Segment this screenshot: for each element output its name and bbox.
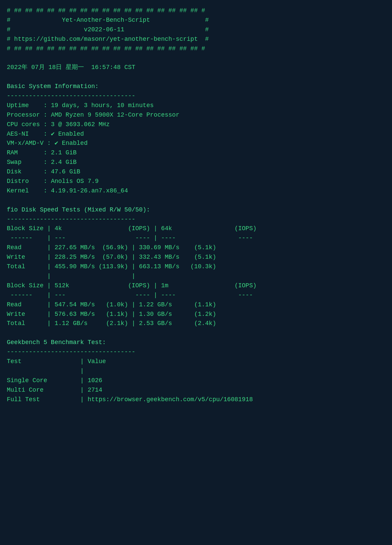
field-vmx-amdv: VM-x/AMD-V : ✔ Enabled bbox=[7, 139, 385, 148]
empty-line bbox=[7, 196, 385, 205]
fio-t1-write: Write | 228.25 MB/s (57.0k) | 332.43 MB/… bbox=[7, 253, 385, 262]
field-label: RAM bbox=[7, 149, 44, 156]
empty-line bbox=[7, 328, 385, 338]
field-disk: Disk : 47.6 GiB bbox=[7, 167, 385, 177]
fio-sep: ----------------------------------- bbox=[7, 215, 385, 224]
field-label: AES-NI bbox=[7, 131, 44, 137]
geekbench-header: Test | Value bbox=[7, 357, 385, 367]
field-label: Disk bbox=[7, 168, 44, 175]
field-value: : 47.6 GiB bbox=[44, 168, 80, 175]
geekbench-title: Geekbench 5 Benchmark Test: bbox=[7, 338, 385, 347]
header-line3: # v2022-06-11 # bbox=[7, 25, 385, 35]
field-value: : 2.4 GiB bbox=[44, 159, 76, 166]
fio-t2-read: Read | 547.54 MB/s (1.0k) | 1.22 GB/s (1… bbox=[7, 300, 385, 310]
fio-table1-header: Block Size | 4k (IOPS) | 64k (IOPS) bbox=[7, 224, 385, 234]
header-line5: # ## ## ## ## ## ## ## ## ## ## ## ## ##… bbox=[7, 44, 385, 54]
geekbench-sep: ----------------------------------- bbox=[7, 347, 385, 357]
field-kernel: Kernel : 4.19.91-26.an7.x86_64 bbox=[7, 186, 385, 196]
field-value: : 3 @ 3693.062 MHz bbox=[44, 121, 109, 128]
datetime: 2022年 07月 18日 星期一 16:57:48 CST bbox=[7, 63, 385, 72]
field-distro: Distro : Anolis OS 7.9 bbox=[7, 177, 385, 186]
field-label: CPU cores bbox=[7, 121, 44, 128]
header-line2: # Yet-Another-Bench-Script # bbox=[7, 16, 385, 25]
header-line1: # ## ## ## ## ## ## ## ## ## ## ## ## ##… bbox=[7, 6, 385, 16]
geekbench-full-test: Full Test | https://browser.geekbench.co… bbox=[7, 395, 385, 405]
field-label: Swap bbox=[7, 159, 44, 166]
geekbench-single-core: Single Core | 1026 bbox=[7, 376, 385, 386]
fio-table2-header: Block Size | 512k (IOPS) | 1m (IOPS) bbox=[7, 281, 385, 291]
field-value: : ✔ Enabled bbox=[44, 140, 88, 147]
fio-table2-sep: ------ | --- ---- | ---- ---- bbox=[7, 291, 385, 300]
field-value: : ✔ Enabled bbox=[44, 131, 84, 137]
field-cpu-cores: CPU cores : 3 @ 3693.062 MHz bbox=[7, 120, 385, 130]
header-line4: # https://github.com/masonr/yet-another-… bbox=[7, 35, 385, 44]
field-label: VM-x/AMD-V bbox=[7, 140, 44, 147]
field-uptime: Uptime : 19 days, 3 hours, 10 minutes bbox=[7, 101, 385, 110]
field-swap: Swap : 2.4 GiB bbox=[7, 158, 385, 167]
field-value: : 2.1 GiB bbox=[44, 149, 76, 156]
geekbench-empty: | bbox=[7, 367, 385, 376]
field-value: : Anolis OS 7.9 bbox=[44, 178, 99, 185]
field-aes-ni: AES-NI : ✔ Enabled bbox=[7, 130, 385, 139]
field-value: : 4.19.91-26.an7.x86_64 bbox=[44, 187, 128, 194]
basic-info-fields: Uptime : 19 days, 3 hours, 10 minutes Pr… bbox=[7, 101, 385, 196]
fio-t2-total: Total | 1.12 GB/s (2.1k) | 2.53 GB/s (2.… bbox=[7, 319, 385, 328]
field-value: : 19 days, 3 hours, 10 minutes bbox=[44, 102, 154, 109]
terminal-output: # ## ## ## ## ## ## ## ## ## ## ## ## ##… bbox=[7, 6, 385, 404]
fio-table1-sep: ------ | --- ---- | ---- ---- bbox=[7, 234, 385, 243]
field-processor: Processor : AMD Ryzen 9 5900X 12-Core Pr… bbox=[7, 110, 385, 120]
fio-title: fio Disk Speed Tests (Mixed R/W 50/50): bbox=[7, 205, 385, 215]
empty-line bbox=[7, 72, 385, 82]
field-label: Processor bbox=[7, 112, 44, 118]
fio-t1-total: Total | 455.90 MB/s (113.9k) | 663.13 MB… bbox=[7, 262, 385, 272]
field-value: : AMD Ryzen 9 5900X 12-Core Processor bbox=[44, 112, 180, 118]
basic-info-sep: ----------------------------------- bbox=[7, 91, 385, 101]
fio-t1-empty: | | bbox=[7, 272, 385, 281]
field-ram: RAM : 2.1 GiB bbox=[7, 148, 385, 158]
fio-t2-write: Write | 576.63 MB/s (1.1k) | 1.30 GB/s (… bbox=[7, 310, 385, 319]
fio-t1-read: Read | 227.65 MB/s (56.9k) | 330.69 MB/s… bbox=[7, 243, 385, 253]
field-label: Distro bbox=[7, 178, 44, 185]
geekbench-multi-core: Multi Core | 2714 bbox=[7, 386, 385, 395]
empty-line bbox=[7, 53, 385, 63]
field-label: Uptime bbox=[7, 102, 44, 109]
basic-info-title: Basic System Information: bbox=[7, 82, 385, 91]
field-label: Kernel bbox=[7, 187, 44, 194]
